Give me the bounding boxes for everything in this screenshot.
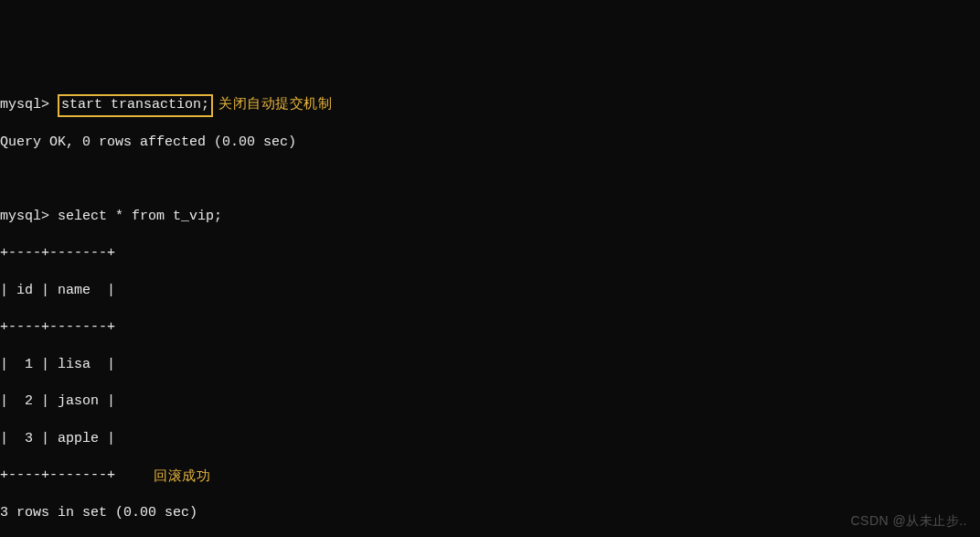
prompt: mysql>: [0, 209, 49, 224]
terminal-output: mysql> start transaction;关闭自动提交机制 Query …: [0, 74, 980, 537]
table1-sep: +----+-------+: [0, 318, 980, 337]
table1-row: | 1 | lisa |: [0, 356, 980, 374]
table1-border-top: +----+-------+: [0, 244, 980, 263]
prompt: mysql>: [0, 97, 49, 113]
table1-row: | 2 | jason |: [0, 392, 980, 411]
cmd-select-1: select * from t_vip;: [58, 209, 222, 224]
cmd-line-2: mysql> select * from t_vip;: [0, 208, 980, 226]
table1-row: | 3 | apple |: [0, 430, 980, 448]
cmd-line-1: mysql> start transaction;关闭自动提交机制: [0, 94, 980, 114]
watermark: CSDN @从未止步..: [850, 512, 967, 530]
table1-border-bot: +----+-------+: [0, 467, 980, 485]
response-2: 3 rows in set (0.00 sec): [0, 504, 980, 522]
response-1: Query OK, 0 rows affected (0.00 sec): [0, 134, 980, 152]
annotation-5: 回滚成功: [154, 467, 210, 485]
blank: [0, 170, 980, 188]
table1-header: | id | name |: [0, 282, 980, 300]
highlight-start-transaction: start transaction;: [58, 94, 213, 116]
annotation-1: 关闭自动提交机制: [218, 94, 332, 113]
cmd-start-transaction: start transaction;: [61, 97, 209, 113]
